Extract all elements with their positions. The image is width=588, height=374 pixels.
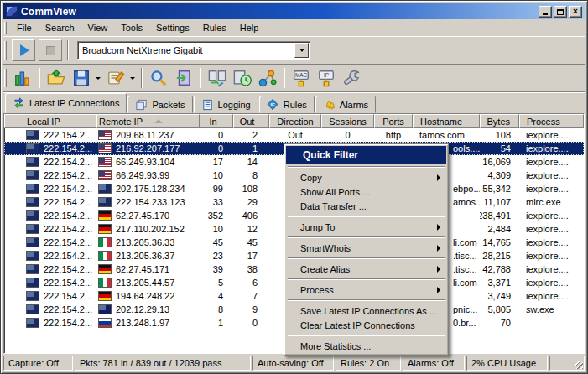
- tab-packets[interactable]: Packets: [127, 96, 192, 113]
- cell-local-ip: 222.154.2...: [4, 262, 96, 276]
- cell-process: iexplore....: [519, 249, 584, 262]
- cell-remote-ip: 213.205.36.33: [96, 236, 200, 249]
- menu-item-process[interactable]: Process: [286, 283, 446, 297]
- cell-out: 0: [233, 316, 269, 330]
- status-capture: Capture: Off: [3, 356, 73, 371]
- menu-separator: [288, 299, 445, 301]
- go-to-packet-button[interactable]: [172, 66, 195, 90]
- adapter-select-dropdown-button[interactable]: [294, 43, 309, 58]
- column-header-remote-ip[interactable]: Remote IP: [96, 114, 200, 128]
- cell-process: iexplore....: [519, 155, 584, 169]
- minimize-button[interactable]: [539, 6, 552, 18]
- cell-bytes: 42,788: [480, 262, 519, 276]
- clear-button[interactable]: [104, 66, 127, 90]
- column-header-out[interactable]: Out: [233, 114, 269, 128]
- column-header-sessions[interactable]: Sessions: [321, 114, 374, 128]
- country-flag-icon-us: [98, 143, 112, 153]
- menu-item-more-statistics[interactable]: More Statistics ...: [286, 339, 446, 353]
- cell-in: 10: [200, 222, 233, 236]
- clear-dropdown-button[interactable]: [128, 66, 136, 90]
- menu-search[interactable]: Search: [39, 20, 81, 35]
- menubar-grip[interactable]: [4, 22, 7, 34]
- menu-item-data-transfer[interactable]: Data Transfer ...: [286, 199, 446, 213]
- logging-icon: [201, 99, 214, 111]
- menu-item-quick-filter[interactable]: Quick Filter: [286, 146, 446, 164]
- toolbar2-grip[interactable]: [4, 69, 7, 87]
- start-capture-button[interactable]: [12, 39, 35, 61]
- scheduler-button[interactable]: [231, 66, 254, 90]
- menu-help[interactable]: Help: [233, 20, 266, 35]
- find-button[interactable]: [147, 66, 170, 90]
- column-header-process[interactable]: Process: [519, 114, 584, 128]
- column-header-ports[interactable]: Ports: [374, 114, 413, 128]
- column-header-hostname[interactable]: Hostname: [413, 114, 480, 128]
- ip-aliases-button[interactable]: IP: [315, 66, 338, 90]
- tab-latest-ip-connections[interactable]: Latest IP Connections: [5, 93, 127, 113]
- menu-item-clear-latest-ip-connections[interactable]: Clear Latest IP Connections: [286, 318, 446, 332]
- cell-process: iexplore....: [519, 182, 584, 195]
- menu-item-save-latest-ip-connections-as[interactable]: Save Latest IP Connections As ...: [286, 304, 446, 318]
- stop-capture-button[interactable]: [39, 39, 62, 61]
- options-button[interactable]: [340, 66, 363, 90]
- title-bar[interactable]: CommView ×: [3, 3, 585, 19]
- toolbar1-grip[interactable]: [4, 41, 7, 60]
- packet-icon: [174, 69, 193, 87]
- menu-item-smartwhois[interactable]: SmartWhois: [286, 241, 446, 255]
- open-logs-button[interactable]: [44, 66, 68, 90]
- main-toolbar: MAC IP: [3, 65, 585, 92]
- menu-separator: [288, 257, 445, 259]
- column-header-in[interactable]: In: [200, 114, 233, 128]
- close-button[interactable]: ×: [569, 6, 582, 18]
- status-alarms: Alarms: Off: [403, 356, 465, 371]
- country-flag-icon-nz: [26, 184, 39, 194]
- column-header-bytes[interactable]: Bytes: [480, 114, 519, 128]
- tab-rules[interactable]: IF Rules: [259, 96, 315, 113]
- table-row[interactable]: 222.154.2...209.68.11.23702Out0httptamos…: [4, 128, 584, 142]
- cell-remote-ip: 222.154.233.123: [96, 195, 200, 209]
- view-tabs: Latest IP Connections Packets Logging IF…: [3, 92, 585, 113]
- menu-rules[interactable]: Rules: [196, 20, 233, 35]
- country-flag-icon-de: [98, 264, 112, 274]
- status-cpu-usage: 2% CPU Usage: [466, 356, 548, 371]
- cell-in: 99: [200, 182, 233, 195]
- menu-item-copy[interactable]: Copy: [286, 170, 446, 184]
- adapter-select[interactable]: Broadcom NetXtreme Gigabit: [77, 41, 310, 60]
- toolbar-separator: [67, 40, 69, 60]
- cell-process: iexplore....: [519, 276, 584, 289]
- cell-bytes: 3,749: [480, 289, 519, 303]
- status-autosaving: Auto-saving: Off: [252, 356, 334, 371]
- maximize-button[interactable]: [554, 6, 567, 18]
- menu-separator: [288, 335, 445, 336]
- cell-local-ip: 222.154.2...: [4, 303, 96, 316]
- cell-out: 12: [233, 222, 269, 236]
- mac-aliases-button[interactable]: MAC: [289, 66, 313, 90]
- menu-settings[interactable]: Settings: [149, 20, 196, 35]
- exchange-nodes-button[interactable]: [206, 66, 229, 90]
- save-dropdown-button[interactable]: [94, 66, 101, 90]
- tab-logging[interactable]: Logging: [194, 96, 258, 113]
- menu-item-jump-to[interactable]: Jump To: [286, 220, 446, 234]
- visualization-button[interactable]: [256, 66, 279, 90]
- save-button[interactable]: [70, 66, 93, 90]
- resize-grip[interactable]: [549, 356, 585, 371]
- menu-item-show-all-ports[interactable]: Show All Ports ...: [286, 184, 446, 199]
- commview-window: CommView × File Search View Tools Settin…: [0, 0, 588, 374]
- menu-file[interactable]: File: [10, 20, 39, 35]
- cell-in: 10: [200, 169, 233, 182]
- country-flag-icon-it: [98, 278, 112, 288]
- cell-remote-ip: 66.249.93.104: [96, 155, 200, 169]
- column-header-direction[interactable]: Direction: [269, 114, 321, 128]
- chevron-down-icon: [299, 49, 304, 52]
- submenu-arrow-icon: [437, 287, 440, 293]
- toolbar-separator: [284, 68, 285, 88]
- menu-item-create-alias[interactable]: Create Alias: [286, 262, 446, 276]
- cell-process: iexplore....: [519, 222, 584, 236]
- column-header-local-ip[interactable]: Local IP: [4, 114, 96, 128]
- cell-bytes: 54: [480, 142, 519, 155]
- menu-tools[interactable]: Tools: [114, 20, 149, 35]
- statistics-button[interactable]: [11, 66, 34, 90]
- tab-alarms[interactable]: Alarms: [315, 96, 376, 113]
- cell-local-ip: 222.154.2...: [4, 182, 96, 195]
- cell-local-ip: 222.154.2...: [4, 209, 96, 222]
- menu-view[interactable]: View: [81, 20, 115, 35]
